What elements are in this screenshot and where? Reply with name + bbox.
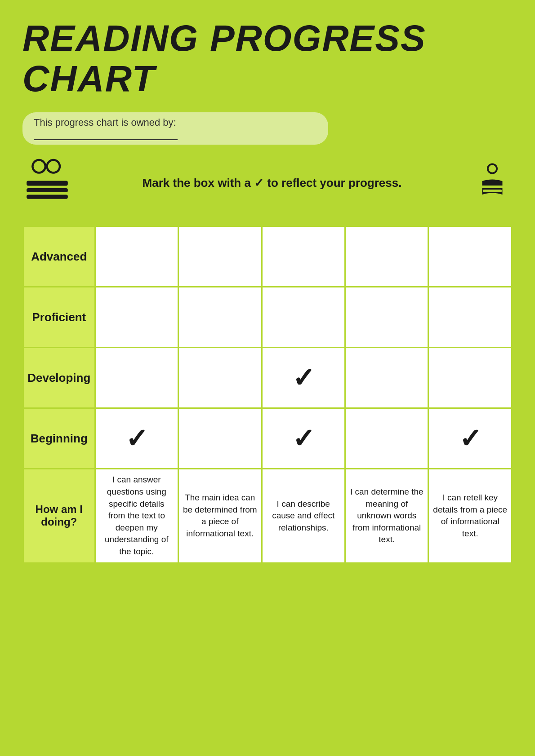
- check-cell-2-3[interactable]: [345, 348, 428, 408]
- page-title: READING PROGRESS CHART: [22, 18, 513, 99]
- level-label-3: Beginning: [23, 408, 95, 469]
- check-cell-2-4[interactable]: [428, 348, 512, 408]
- check-cell-2-2[interactable]: ✓: [262, 348, 345, 408]
- check-cell-3-4[interactable]: ✓: [428, 408, 512, 469]
- check-cell-0-4[interactable]: [428, 226, 512, 287]
- svg-point-1: [34, 161, 45, 172]
- level-label-2: Developing: [23, 348, 95, 408]
- check-cell-2-0[interactable]: [95, 348, 178, 408]
- row-how: How am I doing?I can answer questions us…: [23, 469, 512, 563]
- check-cell-1-1[interactable]: [178, 287, 262, 348]
- check-cell-3-0[interactable]: ✓: [95, 408, 178, 469]
- svg-rect-10: [483, 190, 502, 192]
- svg-rect-6: [27, 195, 68, 199]
- check-cell-1-0[interactable]: [95, 287, 178, 348]
- owner-label: This progress chart is owned by:: [34, 117, 176, 128]
- svg-point-8: [489, 165, 496, 173]
- svg-rect-9: [481, 186, 504, 188]
- level-label-0: Advanced: [23, 226, 95, 287]
- teacher-icon: [22, 158, 72, 208]
- description-cell-2: I can describe cause and effect relation…: [262, 469, 345, 563]
- description-cell-0: I can answer questions using specific de…: [95, 469, 178, 563]
- row-proficient: Proficient: [23, 287, 512, 348]
- level-label-1: Proficient: [23, 287, 95, 348]
- svg-rect-5: [27, 188, 68, 192]
- check-cell-3-3[interactable]: [345, 408, 428, 469]
- description-cell-4: I can retell key details from a piece of…: [428, 469, 512, 563]
- reader-icon: [472, 163, 513, 203]
- progress-grid: AdvancedProficientDeveloping✓Beginning✓✓…: [22, 225, 513, 563]
- svg-point-3: [48, 161, 59, 172]
- check-cell-0-1[interactable]: [178, 226, 262, 287]
- check-cell-0-2[interactable]: [262, 226, 345, 287]
- how-label: How am I doing?: [23, 469, 95, 563]
- check-cell-0-0[interactable]: [95, 226, 178, 287]
- check-cell-1-3[interactable]: [345, 287, 428, 348]
- check-cell-0-3[interactable]: [345, 226, 428, 287]
- check-cell-2-1[interactable]: [178, 348, 262, 408]
- check-cell-3-1[interactable]: [178, 408, 262, 469]
- row-beginning: Beginning✓✓✓: [23, 408, 512, 469]
- check-cell-3-2[interactable]: ✓: [262, 408, 345, 469]
- header-row: Mark the box with a ✓ to reflect your pr…: [22, 158, 513, 208]
- owner-bar: This progress chart is owned by:: [22, 112, 328, 145]
- row-developing: Developing✓: [23, 348, 512, 408]
- description-cell-3: I can determine the meaning of unknown w…: [345, 469, 428, 563]
- description-cell-1: The main idea can be determined from a p…: [178, 469, 262, 563]
- row-advanced: Advanced: [23, 226, 512, 287]
- check-cell-1-4[interactable]: [428, 287, 512, 348]
- svg-rect-4: [27, 181, 68, 186]
- check-cell-1-2[interactable]: [262, 287, 345, 348]
- instruction-text: Mark the box with a ✓ to reflect your pr…: [81, 176, 463, 190]
